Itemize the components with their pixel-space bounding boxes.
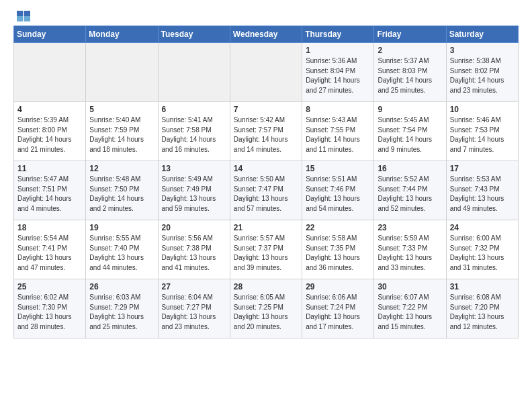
- day-number: 21: [234, 223, 298, 232]
- calendar-cell: 21Sunrise: 5:57 AM Sunset: 7:37 PM Dayli…: [230, 220, 302, 279]
- day-info: Sunrise: 5:41 AM Sunset: 7:58 PM Dayligh…: [162, 116, 226, 154]
- day-info: Sunrise: 5:39 AM Sunset: 8:00 PM Dayligh…: [17, 116, 82, 154]
- day-number: 16: [378, 164, 442, 173]
- calendar-cell: 7Sunrise: 5:42 AM Sunset: 7:57 PM Daylig…: [230, 102, 302, 161]
- day-number: 29: [306, 282, 370, 291]
- day-number: 13: [162, 164, 226, 173]
- calendar-cell: 4Sunrise: 5:39 AM Sunset: 8:00 PM Daylig…: [14, 102, 86, 161]
- day-info: Sunrise: 6:07 AM Sunset: 7:22 PM Dayligh…: [378, 293, 442, 332]
- calendar-cell: 27Sunrise: 6:04 AM Sunset: 7:27 PM Dayli…: [158, 279, 230, 338]
- day-info: Sunrise: 6:02 AM Sunset: 7:30 PM Dayligh…: [17, 293, 82, 332]
- calendar-cell: 8Sunrise: 5:43 AM Sunset: 7:55 PM Daylig…: [302, 102, 374, 161]
- calendar-cell: 12Sunrise: 5:48 AM Sunset: 7:50 PM Dayli…: [86, 161, 158, 220]
- day-info: Sunrise: 5:43 AM Sunset: 7:55 PM Dayligh…: [306, 116, 370, 154]
- page-header: [13, 11, 519, 21]
- day-number: 26: [89, 282, 154, 291]
- day-number: 31: [450, 282, 515, 291]
- calendar-cell: 5Sunrise: 5:40 AM Sunset: 7:59 PM Daylig…: [86, 102, 158, 161]
- day-info: Sunrise: 5:45 AM Sunset: 7:54 PM Dayligh…: [378, 116, 442, 154]
- calendar-cell: 10Sunrise: 5:46 AM Sunset: 7:53 PM Dayli…: [446, 102, 518, 161]
- calendar-cell: [158, 43, 230, 102]
- day-number: 9: [378, 105, 442, 114]
- day-info: Sunrise: 5:42 AM Sunset: 7:57 PM Dayligh…: [234, 116, 298, 154]
- calendar-cell: 16Sunrise: 5:52 AM Sunset: 7:44 PM Dayli…: [374, 161, 446, 220]
- day-number: 1: [306, 46, 370, 55]
- day-number: 10: [450, 105, 515, 114]
- calendar-week-row: 11Sunrise: 5:47 AM Sunset: 7:51 PM Dayli…: [14, 161, 519, 220]
- day-info: Sunrise: 5:48 AM Sunset: 7:50 PM Dayligh…: [89, 175, 154, 214]
- day-number: 24: [450, 223, 515, 232]
- calendar-cell: 20Sunrise: 5:56 AM Sunset: 7:38 PM Dayli…: [158, 220, 230, 279]
- day-header-thursday: Thursday: [302, 26, 374, 43]
- day-number: 5: [89, 105, 154, 114]
- day-number: 20: [162, 223, 226, 232]
- day-number: 4: [17, 105, 82, 114]
- day-header-tuesday: Tuesday: [158, 26, 230, 43]
- calendar-cell: 6Sunrise: 5:41 AM Sunset: 7:58 PM Daylig…: [158, 102, 230, 161]
- day-number: 6: [162, 105, 226, 114]
- day-info: Sunrise: 5:53 AM Sunset: 7:43 PM Dayligh…: [450, 175, 515, 214]
- calendar-cell: 24Sunrise: 6:00 AM Sunset: 7:32 PM Dayli…: [446, 220, 518, 279]
- day-header-monday: Monday: [86, 26, 158, 43]
- day-number: 14: [234, 164, 298, 173]
- day-header-wednesday: Wednesday: [230, 26, 302, 43]
- day-info: Sunrise: 5:54 AM Sunset: 7:41 PM Dayligh…: [17, 234, 82, 273]
- day-number: 3: [450, 46, 515, 55]
- day-info: Sunrise: 5:51 AM Sunset: 7:46 PM Dayligh…: [306, 175, 370, 214]
- day-info: Sunrise: 5:47 AM Sunset: 7:51 PM Dayligh…: [17, 175, 82, 214]
- calendar-week-row: 25Sunrise: 6:02 AM Sunset: 7:30 PM Dayli…: [14, 279, 519, 338]
- day-header-friday: Friday: [374, 26, 446, 43]
- day-info: Sunrise: 6:05 AM Sunset: 7:25 PM Dayligh…: [234, 293, 298, 332]
- day-number: 19: [89, 223, 154, 232]
- day-number: 15: [306, 164, 370, 173]
- calendar-week-row: 18Sunrise: 5:54 AM Sunset: 7:41 PM Dayli…: [14, 220, 519, 279]
- day-info: Sunrise: 6:06 AM Sunset: 7:24 PM Dayligh…: [306, 293, 370, 332]
- day-number: 18: [17, 223, 82, 232]
- calendar-cell: [86, 43, 158, 102]
- calendar-table: SundayMondayTuesdayWednesdayThursdayFrid…: [13, 26, 519, 338]
- day-info: Sunrise: 5:37 AM Sunset: 8:03 PM Dayligh…: [378, 56, 442, 95]
- day-number: 8: [306, 105, 370, 114]
- day-info: Sunrise: 5:36 AM Sunset: 8:04 PM Dayligh…: [306, 56, 370, 95]
- calendar-cell: 15Sunrise: 5:51 AM Sunset: 7:46 PM Dayli…: [302, 161, 374, 220]
- logo: [13, 11, 30, 21]
- day-info: Sunrise: 6:08 AM Sunset: 7:20 PM Dayligh…: [450, 293, 515, 332]
- day-number: 30: [378, 282, 442, 291]
- calendar-cell: 14Sunrise: 5:50 AM Sunset: 7:47 PM Dayli…: [230, 161, 302, 220]
- day-info: Sunrise: 5:55 AM Sunset: 7:40 PM Dayligh…: [89, 234, 154, 273]
- calendar-week-row: 4Sunrise: 5:39 AM Sunset: 8:00 PM Daylig…: [14, 102, 519, 161]
- day-number: 17: [450, 164, 515, 173]
- calendar-cell: 23Sunrise: 5:59 AM Sunset: 7:33 PM Dayli…: [374, 220, 446, 279]
- calendar-cell: 13Sunrise: 5:49 AM Sunset: 7:49 PM Dayli…: [158, 161, 230, 220]
- day-number: 2: [378, 46, 442, 55]
- day-info: Sunrise: 5:50 AM Sunset: 7:47 PM Dayligh…: [234, 175, 298, 214]
- day-info: Sunrise: 6:03 AM Sunset: 7:29 PM Dayligh…: [89, 293, 154, 332]
- day-number: 27: [162, 282, 226, 291]
- day-info: Sunrise: 6:00 AM Sunset: 7:32 PM Dayligh…: [450, 234, 515, 273]
- day-info: Sunrise: 5:38 AM Sunset: 8:02 PM Dayligh…: [450, 56, 515, 95]
- day-header-sunday: Sunday: [14, 26, 86, 43]
- day-info: Sunrise: 5:59 AM Sunset: 7:33 PM Dayligh…: [378, 234, 442, 273]
- day-info: Sunrise: 5:49 AM Sunset: 7:49 PM Dayligh…: [162, 175, 226, 214]
- days-header-row: SundayMondayTuesdayWednesdayThursdayFrid…: [14, 26, 519, 43]
- day-info: Sunrise: 5:52 AM Sunset: 7:44 PM Dayligh…: [378, 175, 442, 214]
- day-header-saturday: Saturday: [446, 26, 518, 43]
- calendar-cell: 1Sunrise: 5:36 AM Sunset: 8:04 PM Daylig…: [302, 43, 374, 102]
- calendar-cell: [14, 43, 86, 102]
- calendar-cell: 3Sunrise: 5:38 AM Sunset: 8:02 PM Daylig…: [446, 43, 518, 102]
- day-number: 12: [89, 164, 154, 173]
- calendar-week-row: 1Sunrise: 5:36 AM Sunset: 8:04 PM Daylig…: [14, 43, 519, 102]
- day-number: 11: [17, 164, 82, 173]
- calendar-cell: 9Sunrise: 5:45 AM Sunset: 7:54 PM Daylig…: [374, 102, 446, 161]
- day-info: Sunrise: 5:40 AM Sunset: 7:59 PM Dayligh…: [89, 116, 154, 154]
- calendar-cell: 17Sunrise: 5:53 AM Sunset: 7:43 PM Dayli…: [446, 161, 518, 220]
- calendar-cell: 26Sunrise: 6:03 AM Sunset: 7:29 PM Dayli…: [86, 279, 158, 338]
- calendar-cell: 11Sunrise: 5:47 AM Sunset: 7:51 PM Dayli…: [14, 161, 86, 220]
- day-info: Sunrise: 5:57 AM Sunset: 7:37 PM Dayligh…: [234, 234, 298, 273]
- day-number: 25: [17, 282, 82, 291]
- calendar-cell: 18Sunrise: 5:54 AM Sunset: 7:41 PM Dayli…: [14, 220, 86, 279]
- calendar-cell: 25Sunrise: 6:02 AM Sunset: 7:30 PM Dayli…: [14, 279, 86, 338]
- calendar-cell: 28Sunrise: 6:05 AM Sunset: 7:25 PM Dayli…: [230, 279, 302, 338]
- calendar-cell: 2Sunrise: 5:37 AM Sunset: 8:03 PM Daylig…: [374, 43, 446, 102]
- day-number: 22: [306, 223, 370, 232]
